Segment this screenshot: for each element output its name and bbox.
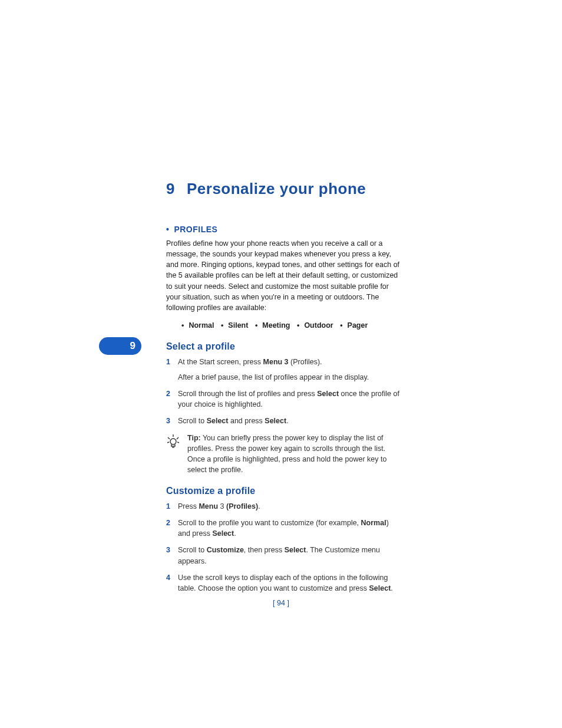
list-item: Silent: [228, 321, 248, 330]
step-followup: After a brief pause, the list of profile…: [178, 372, 402, 383]
step-number: 1: [166, 357, 178, 383]
step-number: 1: [166, 501, 178, 512]
svg-line-5: [177, 442, 179, 443]
lightbulb-icon: [166, 433, 181, 476]
svg-point-0: [170, 439, 176, 444]
step-row: 1 At the Start screen, press Menu 3 (Pro…: [166, 357, 402, 383]
step-number: 4: [166, 572, 178, 594]
step-text: Scroll to Customize, then press Select. …: [178, 545, 402, 566]
svg-line-3: [177, 437, 178, 439]
chapter-title-text: Personalize your phone: [187, 180, 366, 197]
side-tab-number: 9: [130, 340, 135, 352]
step-text: Scroll to the profile you want to custom…: [178, 518, 402, 539]
svg-line-4: [167, 442, 169, 443]
step-row: 2 Scroll to the profile you want to cust…: [166, 518, 402, 539]
step-text: At the Start screen, press Menu 3 (Profi…: [178, 357, 402, 383]
section-heading-profiles: •PROFILES: [166, 225, 402, 234]
step-row: 3 Scroll to Customize, then press Select…: [166, 545, 402, 566]
tip-text: Tip: You can briefly press the power key…: [187, 433, 402, 476]
page-content: 9Personalize your phone •PROFILES Profil…: [166, 180, 402, 599]
bullet-icon: •: [166, 225, 169, 234]
profiles-paragraph: Profiles define how your phone reacts wh…: [166, 238, 402, 313]
list-item: Normal: [189, 321, 214, 330]
subsection-customize-profile: Customize a profile: [166, 486, 402, 496]
step-text: Scroll to Select and press Select.: [178, 416, 402, 426]
chapter-title: 9Personalize your phone: [166, 180, 402, 198]
chapter-side-tab: 9: [99, 337, 141, 355]
step-row: 1 Press Menu 3 (Profiles).: [166, 501, 402, 512]
document-page: 9 9Personalize your phone •PROFILES Prof…: [0, 0, 562, 728]
step-row: 3 Scroll to Select and press Select.: [166, 416, 402, 426]
step-row: 4 Use the scroll keys to display each of…: [166, 572, 402, 594]
page-number: [ 94 ]: [0, 599, 562, 607]
svg-line-2: [168, 437, 170, 439]
chapter-number: 9: [166, 180, 175, 198]
tip-block: Tip: You can briefly press the power key…: [166, 433, 402, 476]
profiles-bullet-list: •Normal •Silent •Meeting •Outdoor •Pager: [177, 321, 402, 330]
step-row: 2 Scroll through the list of profiles an…: [166, 388, 402, 410]
list-item: Outdoor: [304, 321, 333, 330]
step-text: Press Menu 3 (Profiles).: [178, 501, 402, 512]
step-number: 2: [166, 388, 178, 410]
subsection-select-profile: Select a profile: [166, 341, 402, 352]
step-text: Scroll through the list of profiles and …: [178, 388, 402, 410]
step-number: 3: [166, 416, 178, 426]
list-item: Meeting: [262, 321, 290, 330]
step-text: Use the scroll keys to display each of t…: [178, 572, 402, 594]
section-heading-text: PROFILES: [174, 225, 217, 234]
list-item: Pager: [348, 321, 368, 330]
step-number: 3: [166, 545, 178, 566]
step-number: 2: [166, 518, 178, 539]
